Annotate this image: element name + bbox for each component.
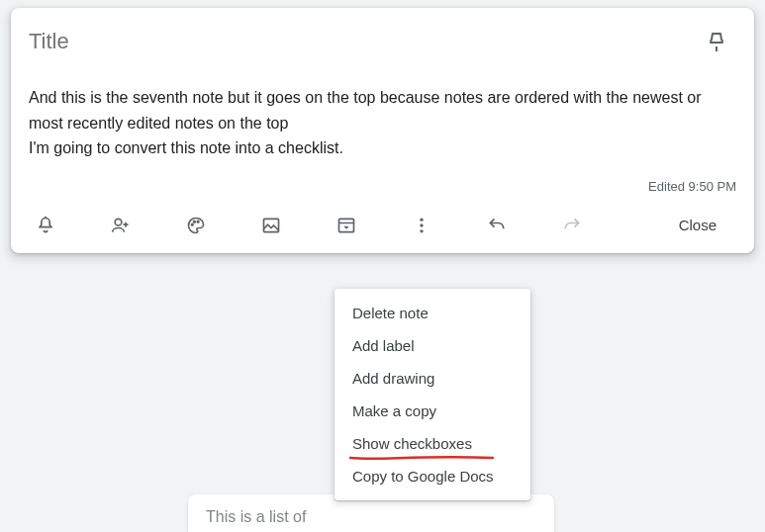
- svg-point-7: [420, 223, 423, 226]
- more-menu-dropdown: Delete note Add label Add drawing Make a…: [335, 289, 530, 500]
- undo-icon: [487, 216, 507, 235]
- svg-point-6: [420, 218, 423, 221]
- tool-group: [29, 209, 589, 242]
- menu-show-checkboxes[interactable]: Show checkboxes: [335, 427, 530, 460]
- svg-point-0: [115, 219, 122, 225]
- redo-button[interactable]: [555, 209, 589, 242]
- more-vert-icon: [412, 216, 431, 235]
- menu-copy-to-google-docs[interactable]: Copy to Google Docs: [335, 460, 530, 492]
- menu-make-a-copy[interactable]: Make a copy: [335, 395, 530, 427]
- archive-button[interactable]: [330, 209, 363, 242]
- color-button[interactable]: [179, 209, 213, 242]
- pin-button[interactable]: [697, 22, 736, 61]
- person-add-icon: [111, 216, 131, 235]
- collaborator-button[interactable]: [104, 209, 138, 242]
- menu-add-label[interactable]: Add label: [335, 329, 530, 362]
- close-button[interactable]: Close: [659, 209, 736, 241]
- svg-point-3: [197, 221, 199, 222]
- svg-point-2: [194, 221, 196, 222]
- image-button[interactable]: [254, 209, 288, 242]
- redo-icon: [562, 216, 582, 235]
- more-button[interactable]: [405, 209, 438, 242]
- note-body[interactable]: And this is the seventh note but it goes…: [29, 85, 736, 161]
- menu-delete-note[interactable]: Delete note: [335, 297, 530, 329]
- pin-icon: [705, 30, 728, 53]
- archive-icon: [336, 216, 356, 235]
- toolbar: Close: [29, 204, 736, 247]
- edited-timestamp: Edited 9:50 PM: [29, 179, 736, 194]
- menu-add-drawing[interactable]: Add drawing: [335, 362, 530, 395]
- background-note-text: This is a list of: [206, 508, 306, 525]
- note-editor-card: And this is the seventh note but it goes…: [11, 8, 754, 253]
- svg-point-1: [191, 223, 193, 225]
- title-row: [29, 22, 736, 61]
- svg-point-8: [420, 229, 423, 232]
- svg-rect-5: [339, 219, 354, 231]
- undo-button[interactable]: [480, 209, 514, 242]
- remind-button[interactable]: [29, 209, 62, 242]
- bell-icon: [36, 216, 55, 235]
- title-input[interactable]: [29, 29, 697, 54]
- palette-icon: [186, 216, 206, 235]
- image-icon: [261, 216, 281, 235]
